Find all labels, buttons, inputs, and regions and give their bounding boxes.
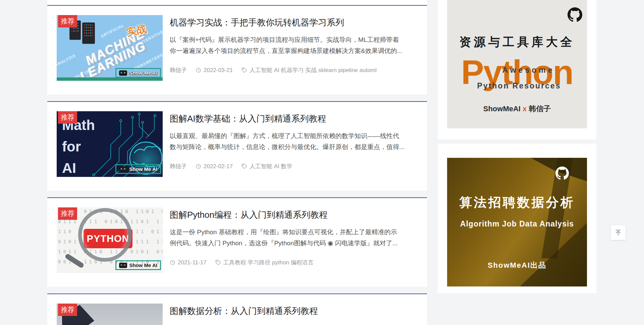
showmeai-logo-icon: ^ ^ [119,167,127,172]
photo-shape [506,158,587,181]
sidebar-widget-python-resources: 资源与工具库大全 Python Awesome Python Resources… [438,0,596,139]
article-title-link[interactable]: 图解AI数学基础：从入门到精通系列教程 [170,113,418,125]
article-excerpt: 以最直观、最易懂的『图解』方式，梳理了人工智能所依赖的数学知识——线性代 数与矩… [170,130,418,152]
tag-icon [215,260,221,265]
article-tags[interactable]: 工具教程 学习路径 python 编程语言 [215,259,314,266]
article-meta: 2021-11-17 工具教程 学习路径 python 编程语言 [170,259,418,266]
article-excerpt: 这是一份 Python 基础教程，用『绘图』将知识要点可视化，并配上了最精准的示… [170,226,418,249]
banner-footer: ShowMeAI出品 [447,260,587,270]
article-meta: 韩信子 2022-03-21 人工智能 AI 机器学习 实战 sklearn p… [170,66,418,74]
cover-headline: AI [62,160,76,176]
article-date: 2022-03-21 [196,67,233,74]
article-card: 推荐 ARTIFICIAL DATA ITERATIVE DEVELOPMENT… [47,5,427,94]
recommended-badge: 推荐 [58,207,77,220]
article-author: 韩信子 [170,162,187,170]
previous-card-clipped [47,0,427,5]
article-date: 2021-11-17 [170,259,207,266]
article-card: 推荐 图解数据分析：从入门到精通系列教程 [47,294,427,325]
article-tags[interactable]: 人工智能 AI 数学 [241,162,292,170]
magnifier-icon [78,208,132,262]
article-excerpt: 以『案例+代码』展示机器学习的项目流程与应用细节。实战导向，ML工程师带着 你一… [170,34,418,56]
article-cover-machine-learning[interactable]: 推荐 ARTIFICIAL DATA ITERATIVE DEVELOPMENT… [57,15,163,81]
github-icon [555,167,569,180]
back-to-top-button[interactable] [611,225,626,240]
showmeai-watermark: ^ ^ Show Me AI [115,164,161,174]
article-cover-math-for-ai[interactable]: 推荐 Math fo [57,111,163,177]
recommended-badge: 推荐 [58,304,77,316]
github-icon [568,7,582,22]
clock-icon [196,164,201,169]
article-meta: 韩信子 2022-02-17 人工智能 AI 数学 [170,162,418,170]
article-title-link[interactable]: 机器学习实战：手把手教你玩转机器学习系列 [170,17,418,28]
arrow-up-to-line-icon [614,229,622,236]
article-card: 推荐 1101 0101 1110 1101 0010 111 0111 111… [47,197,427,287]
cover-headline: for [62,139,81,155]
article-tags[interactable]: 人工智能 AI 机器学习 实战 sklearn pipeline automl [241,66,377,74]
recommended-badge: 推荐 [58,111,77,124]
clock-icon [170,260,175,265]
showmeai-watermark: ^ ^ Show Me AI [115,260,161,270]
banner-subtitle: Algorithm Job Data Analysis [447,219,587,229]
awesome-python-banner-link[interactable]: 资源与工具库大全 Python Awesome Python Resources… [447,0,587,128]
tag-icon [241,164,247,169]
banner-title: 资源与工具库大全 [447,34,587,50]
article-title-link[interactable]: 图解Python编程：从入门到精通系列教程 [170,209,418,221]
article-card: 推荐 Math fo [47,101,427,191]
banner-footer: ShowMeAIx韩信子 [447,104,587,114]
banner-overlay-text: Python Resources [449,81,587,90]
showmeai-watermark: ^ ^ Show Me AI [115,68,161,78]
clock-icon [196,67,201,73]
showmeai-logo-icon: ^ ^ [119,70,127,76]
tag-icon [241,67,247,73]
banner-overlay-text: Awesome [459,66,587,75]
article-title-link[interactable]: 图解数据分析：从入门到精通系列教程 [170,305,418,317]
cover-ground-strip [57,77,163,81]
cover-iso-word: ANALYSIS [57,53,76,67]
article-cover-data-analysis[interactable]: 推荐 [57,304,163,325]
recommended-badge: 推荐 [58,15,77,27]
article-cover-python[interactable]: 推荐 1101 0101 1110 1101 0010 111 0111 111… [57,207,163,273]
banner-title: 算法招聘数据分析 [447,194,587,211]
algorithm-job-banner-link[interactable]: 算法招聘数据分析 Algorithm Job Data Analysis Sho… [447,158,587,286]
server-rack-illustration [82,22,95,44]
article-list: 推荐 ARTIFICIAL DATA ITERATIVE DEVELOPMENT… [47,0,427,325]
sidebar-widget-algorithm-jobs: 算法招聘数据分析 Algorithm Job Data Analysis Sho… [438,144,596,293]
article-author: 韩信子 [170,66,187,74]
showmeai-logo-icon: ^ ^ [119,263,127,268]
article-date: 2022-02-17 [196,163,233,170]
sidebar: 资源与工具库大全 Python Awesome Python Resources… [438,0,596,293]
